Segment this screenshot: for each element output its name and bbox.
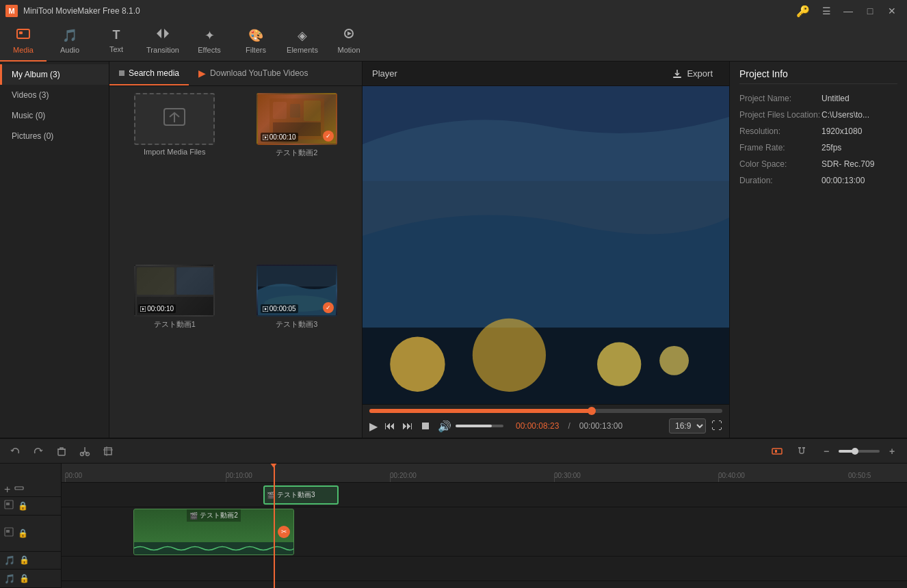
main-video-track-row: 🎬 テスト動画2 ✂: [62, 507, 907, 557]
toolbar-transition[interactable]: Transition: [140, 22, 186, 62]
play-button[interactable]: ▶: [369, 420, 378, 433]
toolbar-text-label: Text: [109, 45, 123, 53]
add-video-track-button[interactable]: [767, 442, 787, 461]
sidebar-music-label: Music (0): [12, 111, 45, 120]
timeline-ruler: 00:00 00:10:00 00:20:00 00:30:00 00:40:0…: [62, 464, 907, 483]
add-video-row-button[interactable]: +: [4, 483, 10, 496]
cut-button[interactable]: [75, 442, 94, 461]
main-video-lock-icon[interactable]: 🔒: [18, 529, 28, 538]
fullscreen-button[interactable]: ⛶: [711, 420, 722, 432]
minimize-button[interactable]: —: [839, 3, 858, 18]
svg-rect-3: [19, 31, 23, 34]
timeline: − + + 🔒: [0, 438, 907, 588]
sidebar-item-music[interactable]: Music (0): [0, 105, 109, 126]
sidebar-item-pictures[interactable]: Pictures (0): [0, 126, 109, 146]
audio2-lock-icon[interactable]: 🔒: [19, 574, 29, 583]
main-area: My Album (3) Videos (3) Music (0) Pictur…: [0, 62, 907, 438]
svg-point-40: [659, 346, 689, 375]
toolbar-text[interactable]: T Text: [93, 22, 140, 62]
zoom-in-button[interactable]: +: [882, 442, 902, 461]
next-button[interactable]: ⏭: [402, 420, 413, 432]
svg-rect-49: [775, 450, 777, 453]
undo-button[interactable]: [5, 442, 25, 461]
import-media-item[interactable]: Import Media Files: [116, 93, 233, 259]
svg-rect-45: [105, 448, 111, 455]
toolbar-media[interactable]: Media: [0, 22, 47, 62]
volume-icon[interactable]: 🔊: [438, 420, 451, 433]
sidebar-myalbum-label: My Album (3): [12, 70, 60, 79]
info-value-name: Untitled: [821, 94, 897, 103]
titlebar: M MiniTool MovieMaker Free 8.1.0 🔑 ☰ — □…: [0, 0, 907, 22]
playhead[interactable]: [274, 464, 275, 588]
toggle-magnet-button[interactable]: [792, 442, 811, 461]
elements-icon: ◈: [298, 28, 307, 43]
video2-duration: 00:00:10: [261, 133, 298, 142]
svg-text:M: M: [8, 7, 14, 15]
overlay-lock-icon[interactable]: 🔒: [18, 501, 28, 511]
media-tabs: Search media ▶ Download YouTube Videos: [109, 62, 362, 86]
player-right-controls: 16:9 4:3 1:1 ⛶: [669, 418, 722, 433]
overlay-clip-label: テスト動画3: [277, 490, 315, 500]
delete-button[interactable]: [52, 442, 71, 461]
audio1-lock-icon[interactable]: 🔒: [19, 555, 29, 565]
toolbar-elements[interactable]: ◈ Elements: [279, 22, 326, 62]
key-icon[interactable]: 🔑: [792, 5, 814, 18]
youtube-tab[interactable]: ▶ Download YouTube Videos: [189, 62, 317, 85]
app-title: MiniTool MovieMaker Free 8.1.0: [23, 6, 140, 16]
media-item-video1[interactable]: 00:00:10 テスト動画1: [116, 265, 233, 431]
media-item-video3[interactable]: 00:00:05 ✓ テスト動画3: [239, 265, 356, 431]
search-media-tab[interactable]: Search media: [109, 62, 189, 85]
redo-button[interactable]: [29, 442, 48, 461]
transition-icon: [155, 27, 170, 43]
svg-point-38: [473, 319, 546, 392]
maximize-button[interactable]: □: [860, 3, 880, 18]
export-button[interactable]: Export: [665, 66, 720, 82]
crop-button[interactable]: [98, 442, 118, 461]
clip-video2-header: 🎬 テスト動画2: [187, 509, 241, 522]
media-item-video2[interactable]: 00:00:10 ✓ テスト動画2: [239, 93, 356, 259]
toolbar-media-label: Media: [13, 46, 34, 54]
clip-video2-main[interactable]: 🎬 テスト動画2: [133, 509, 294, 555]
search-media-label: Search media: [129, 68, 179, 78]
effects-icon: ✦: [205, 28, 215, 43]
clip-video2-film-icon: 🎬: [189, 512, 198, 520]
tracks-rows-area: 🎬 テスト動画3 🎬 テスト動画2: [62, 483, 907, 588]
playhead-handle[interactable]: [270, 464, 278, 468]
stop-button[interactable]: ⏹: [420, 420, 431, 432]
settings-button[interactable]: ☰: [817, 3, 836, 18]
timeline-track-labels: + 🔒 🔒 🎵 🔒: [0, 464, 62, 588]
svg-rect-8: [273, 102, 287, 119]
progress-thumb[interactable]: [588, 407, 596, 415]
audio-icon: 🎵: [62, 28, 77, 43]
info-label-colorspace: Color Space:: [739, 159, 821, 169]
player-title: Player: [372, 68, 397, 79]
video3-label: テスト動画3: [276, 319, 317, 330]
track-label-main-video: 🔒: [0, 516, 61, 552]
zoom-slider[interactable]: [839, 450, 880, 453]
zoom-out-button[interactable]: −: [817, 442, 836, 461]
toolbar-audio[interactable]: 🎵 Audio: [47, 22, 93, 62]
toolbar-motion[interactable]: Motion: [326, 22, 372, 62]
youtube-icon: ▶: [198, 68, 206, 79]
info-label-framerate: Frame Rate:: [739, 143, 821, 152]
toolbar-filters[interactable]: 🎨 Filters: [233, 22, 279, 62]
volume-slider[interactable]: [456, 425, 503, 427]
project-info-panel: Project Info Project Name: Untitled Proj…: [729, 62, 907, 438]
info-row-framerate: Frame Rate: 25fps: [739, 143, 897, 152]
timeline-content: + 🔒 🔒 🎵 🔒: [0, 464, 907, 588]
player-buttons: ▶ ⏮ ⏭ ⏹ 🔊 00:00:08:23 / 00:00:13:00: [369, 420, 622, 433]
sidebar-item-videos[interactable]: Videos (3): [0, 85, 109, 105]
close-button[interactable]: ✕: [882, 3, 902, 18]
progress-bar[interactable]: [369, 409, 722, 413]
toolbar-audio-label: Audio: [60, 46, 79, 54]
sidebar-item-myalbum[interactable]: My Album (3): [0, 64, 109, 85]
zoom-thumb[interactable]: [852, 448, 858, 455]
info-label-location: Project Files Location:: [739, 110, 821, 120]
toolbar-effects[interactable]: ✦ Effects: [186, 22, 233, 62]
aspect-ratio-select[interactable]: 16:9 4:3 1:1: [669, 418, 706, 433]
prev-button[interactable]: ⏮: [384, 420, 395, 432]
overlay-track-row: 🎬 テスト動画3: [62, 483, 907, 507]
player-controls: ▶ ⏮ ⏭ ⏹ 🔊 00:00:08:23 / 00:00:13:00: [363, 404, 729, 438]
zoom-slider-container: − +: [817, 442, 902, 461]
add-audio-row-button[interactable]: [14, 483, 24, 496]
